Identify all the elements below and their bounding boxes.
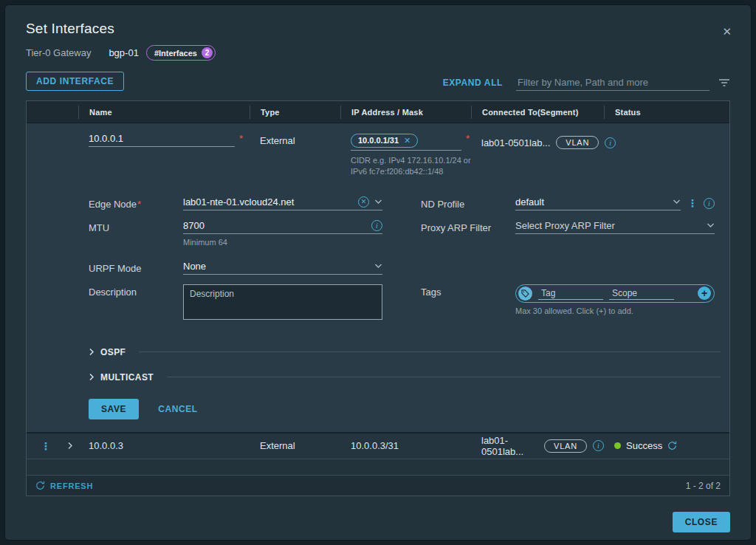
edge-node-chevron-down-icon[interactable]	[374, 199, 382, 205]
refresh-button[interactable]: REFRESH	[35, 481, 93, 490]
gateway-subtitle: Tier-0 Gateway bgp-01 #Interfaces 2	[26, 45, 730, 61]
edit-type-cell: External	[250, 133, 340, 177]
close-icon[interactable]: ✕	[722, 26, 732, 37]
nd-profile-menu-icon[interactable]: ⋮	[687, 198, 698, 208]
edge-node-label: Edge Node*	[89, 196, 183, 210]
refresh-label: REFRESH	[50, 481, 93, 490]
add-interface-button[interactable]: ADD INTERFACE	[26, 72, 124, 91]
multicast-section-toggle[interactable]: MULTICAST	[27, 372, 729, 383]
urpf-row: URPF Mode None	[89, 261, 382, 275]
tags-label: Tags	[421, 284, 515, 298]
type-value: External	[260, 133, 340, 146]
header-type: Type	[250, 106, 340, 119]
status-text: Success	[626, 440, 662, 451]
ip-cidr-hint: CIDR e.g. IPv4 172.16.10.1/24 or IPv6 fc…	[351, 155, 471, 177]
close-button[interactable]: CLOSE	[673, 512, 730, 532]
description-label: Description	[89, 284, 183, 298]
interfaces-table: Name Type IP Address / Mask Connected To…	[26, 100, 730, 496]
edit-actions: SAVE CANCEL	[27, 399, 729, 419]
toolbar: ADD INTERFACE EXPAND ALL	[26, 72, 730, 91]
header-connected-to: Connected To(Segment)	[471, 106, 604, 119]
tags-editor: +	[515, 284, 715, 303]
nd-profile-label: ND Profile	[421, 196, 515, 210]
save-button[interactable]: SAVE	[89, 399, 139, 419]
tag-icon	[518, 287, 532, 301]
row-expand-chevron-icon[interactable]	[67, 442, 73, 450]
mtu-input[interactable]	[183, 220, 367, 231]
mtu-info-icon[interactable]: i	[371, 220, 382, 231]
interfaces-badge: #Interfaces 2	[146, 45, 216, 61]
filter-icon[interactable]	[718, 78, 730, 87]
ip-chip-label: 10.0.0.1/31	[358, 136, 399, 145]
set-interfaces-dialog: ✕ Set Interfaces Tier-0 Gateway bgp-01 #…	[4, 4, 752, 541]
header-ip-address: IP Address / Mask	[340, 106, 471, 119]
ospf-section-toggle[interactable]: OSPF	[27, 347, 729, 357]
ospf-section-label: OSPF	[100, 347, 126, 357]
ip-chip-remove-icon[interactable]: ✕	[404, 136, 410, 145]
interfaces-badge-label: #Interfaces	[154, 49, 197, 58]
edge-node-clear-icon[interactable]: ✕	[358, 196, 369, 208]
status-refresh-icon[interactable]	[667, 441, 677, 450]
proxy-arp-select[interactable]: Select Proxy ARP Filter	[515, 220, 702, 231]
nd-profile-value[interactable]: default	[515, 196, 668, 208]
mtu-hint: Minimum 64	[183, 238, 382, 247]
row-type: External	[250, 440, 340, 451]
gateway-name: bgp-01	[109, 47, 138, 58]
edit-interface-section: * External 10.0.0.1/31 ✕ *	[27, 123, 729, 432]
edge-node-value[interactable]: lab01-nte-01.vcloud24.net	[183, 196, 354, 208]
filter-wrap	[516, 75, 730, 91]
tags-row: Tags + Max 30 allowed. Click (+) to add.	[421, 284, 715, 323]
pagination-label: 1 - 2 of 2	[686, 481, 721, 491]
cancel-button[interactable]: CANCEL	[158, 404, 198, 414]
header-status: Status	[604, 106, 729, 119]
header-name: Name	[78, 106, 250, 119]
row-ip: 10.0.0.3/31	[340, 440, 471, 451]
connected-segment-value: lab01-0501lab...	[481, 137, 550, 148]
ip-address-chip[interactable]: 10.0.0.1/31 ✕	[351, 134, 418, 148]
add-tag-button[interactable]: +	[698, 287, 711, 300]
row-vlan-badge: VLAN	[544, 439, 587, 453]
edit-name-cell: *	[78, 133, 250, 177]
row-status-cell: Success	[604, 440, 729, 451]
filter-input[interactable]	[516, 75, 709, 91]
scope-input[interactable]	[609, 287, 674, 300]
chevron-right-icon	[89, 348, 94, 356]
urpf-mode-select[interactable]: None	[183, 261, 370, 272]
nd-profile-row: ND Profile default ⋮ i	[421, 196, 715, 210]
expand-all-button[interactable]: EXPAND ALL	[443, 78, 503, 88]
edit-row: * External 10.0.0.1/31 ✕ *	[27, 123, 729, 177]
name-input[interactable]	[89, 133, 235, 144]
table-row[interactable]: ⋮ 10.0.0.3 External 10.0.0.3/31 lab01-05…	[27, 432, 729, 459]
nd-profile-chevron-down-icon[interactable]	[673, 199, 681, 205]
row-menu-icon[interactable]: ⋮	[41, 441, 51, 451]
multicast-section-label: MULTICAST	[100, 372, 154, 383]
edit-connected-cell: lab01-0501lab... VLAN i	[471, 133, 737, 177]
proxy-arp-chevron-down-icon[interactable]	[707, 222, 715, 228]
mtu-label: MTU	[89, 220, 183, 233]
section-divider	[139, 352, 721, 352]
edge-node-required-asterisk: *	[137, 199, 141, 210]
tier0-gateway-label: Tier-0 Gateway	[26, 47, 91, 58]
proxy-arp-row: Proxy ARP Filter Select Proxy ARP Filter	[421, 220, 715, 247]
table-header-row: Name Type IP Address / Mask Connected To…	[27, 101, 729, 123]
row-segment-info-icon[interactable]: i	[593, 440, 604, 451]
edit-form: Edge Node* lab01-nte-01.vcloud24.net ✕	[27, 196, 729, 332]
spacer-cell	[421, 256, 715, 275]
table-footer: REFRESH 1 - 2 of 2	[27, 475, 729, 496]
urpf-chevron-down-icon[interactable]	[374, 263, 382, 269]
nd-profile-info-icon[interactable]: i	[704, 198, 715, 209]
toolbar-right: EXPAND ALL	[443, 75, 730, 91]
segment-info-icon[interactable]: i	[605, 137, 616, 148]
edge-node-row: Edge Node* lab01-nte-01.vcloud24.net ✕	[89, 196, 382, 210]
table-empty-area	[27, 459, 729, 475]
vlan-badge: VLAN	[556, 136, 599, 149]
description-textarea[interactable]	[183, 284, 382, 320]
row-connected-value: lab01-0501lab...	[481, 435, 538, 457]
tag-input[interactable]	[538, 287, 603, 300]
description-row: Description	[89, 284, 382, 323]
edit-ip-cell: 10.0.0.1/31 ✕ * CIDR e.g. IPv4 172.16.10…	[340, 133, 471, 177]
urpf-mode-label: URPF Mode	[89, 261, 183, 274]
mtu-row: MTU i Minimum 64	[89, 220, 382, 247]
tags-hint: Max 30 allowed. Click (+) to add.	[515, 306, 715, 315]
page-title: Set Interfaces	[26, 21, 730, 37]
